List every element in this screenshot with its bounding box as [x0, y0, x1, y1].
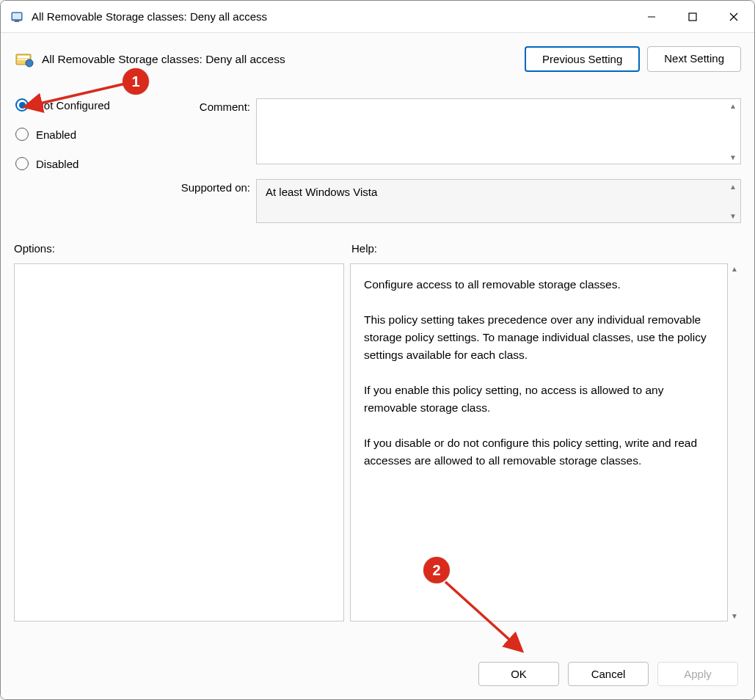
cancel-button[interactable]: Cancel — [568, 662, 649, 686]
radio-indicator-icon — [15, 98, 29, 112]
radio-disabled[interactable]: Disabled — [15, 157, 161, 170]
app-icon — [11, 10, 24, 23]
policy-editor-window: All Removable Storage classes: Deny all … — [0, 0, 755, 700]
minimize-button[interactable] — [631, 1, 672, 32]
svg-rect-2 — [15, 21, 19, 22]
help-panel: Configure access to all removable storag… — [350, 263, 728, 621]
scroll-up-icon[interactable]: ▲ — [731, 265, 738, 273]
scroll-up-icon[interactable]: ▲ — [727, 181, 739, 192]
radio-label: Enabled — [36, 128, 76, 141]
close-button[interactable] — [713, 1, 754, 32]
supported-on-label: Supported on: — [161, 179, 256, 223]
maximize-button[interactable] — [672, 1, 713, 32]
comment-label: Comment: — [161, 98, 256, 164]
radio-label: Disabled — [36, 158, 79, 170]
annotation-marker-1: 1 — [123, 68, 149, 95]
annotation-marker-2: 2 — [423, 557, 450, 583]
ok-button[interactable]: OK — [478, 662, 559, 686]
supported-on-box: At least Windows Vista ▲ ▼ — [256, 179, 741, 223]
options-panel — [14, 263, 344, 621]
help-label: Help: — [351, 242, 377, 255]
setting-icon — [14, 49, 34, 70]
svg-rect-1 — [12, 13, 21, 19]
comment-input[interactable]: ▲ ▼ — [256, 98, 741, 164]
radio-not-configured[interactable]: Not Configured — [15, 98, 161, 112]
scroll-down-icon[interactable]: ▼ — [727, 152, 739, 162]
svg-point-10 — [26, 59, 33, 67]
radio-indicator-icon — [15, 128, 29, 141]
scroll-down-icon[interactable]: ▼ — [727, 211, 739, 221]
content-area: All Removable Storage classes: Deny all … — [1, 33, 754, 699]
scroll-up-icon[interactable]: ▲ — [727, 101, 739, 111]
next-setting-button[interactable]: Next Setting — [647, 46, 741, 72]
scroll-down-icon[interactable]: ▼ — [731, 612, 738, 620]
previous-setting-button[interactable]: Previous Setting — [525, 46, 640, 72]
radio-label: Not Configured — [36, 99, 110, 112]
help-scrollbar[interactable]: ▲ ▼ — [728, 263, 741, 621]
titlebar: All Removable Storage classes: Deny all … — [1, 1, 754, 33]
svg-rect-4 — [689, 13, 696, 21]
state-radio-group: Not Configured Enabled Disabled — [14, 98, 161, 238]
radio-indicator-icon — [15, 157, 29, 170]
apply-button: Apply — [657, 662, 738, 686]
svg-rect-8 — [18, 56, 29, 58]
radio-enabled[interactable]: Enabled — [15, 128, 161, 141]
window-title: All Removable Storage classes: Deny all … — [32, 10, 631, 23]
supported-on-value: At least Windows Vista — [266, 186, 377, 198]
options-label: Options: — [14, 242, 351, 255]
setting-title: All Removable Storage classes: Deny all … — [42, 53, 517, 66]
